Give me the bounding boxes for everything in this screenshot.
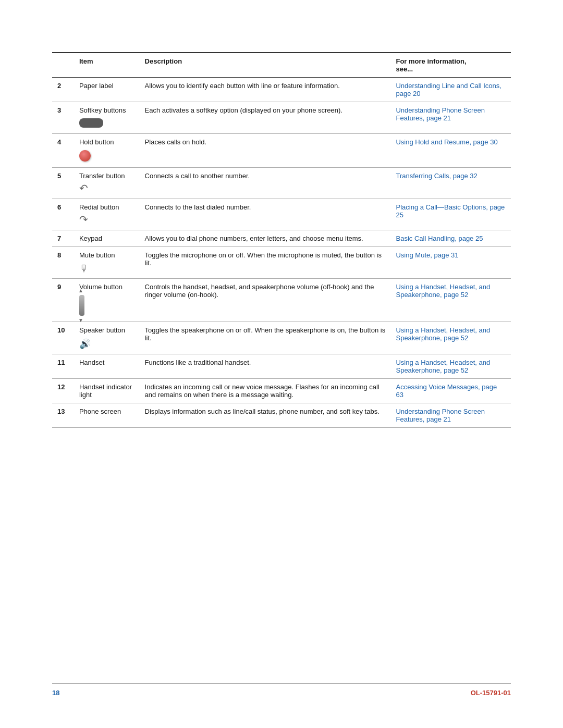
table-row: 11HandsetFunctions like a traditional ha… xyxy=(52,354,511,379)
table-row: 5Transfer button↶Connects a call to anot… xyxy=(52,168,511,199)
row-item: Keypad xyxy=(74,230,140,247)
volume-icon xyxy=(79,293,134,317)
info-link[interactable]: Basic Call Handling, page 25 xyxy=(396,235,483,242)
info-link[interactable]: Using a Handset, Headset, and Speakerpho… xyxy=(396,283,490,299)
table-row: 9Volume buttonControls the handset, head… xyxy=(52,279,511,322)
item-num-label: 8 xyxy=(57,251,61,259)
row-more-info[interactable]: Transferring Calls, page 32 xyxy=(390,168,511,199)
row-item: Handset indicator light xyxy=(74,379,140,403)
row-number: 13 xyxy=(52,403,74,428)
row-number: 5 xyxy=(52,168,74,199)
info-link[interactable]: Accessing Voice Messages, page 63 xyxy=(396,383,497,399)
row-number: 4 xyxy=(52,134,74,168)
item-label: Redial button xyxy=(79,203,134,211)
footer-page-number: 18 xyxy=(52,689,59,697)
th-item-label: Item xyxy=(79,57,93,65)
item-label: Handset indicator light xyxy=(79,383,134,399)
item-label: Volume button xyxy=(79,283,134,291)
row-more-info[interactable]: Understanding Phone Screen Features, pag… xyxy=(390,403,511,428)
table-row: 4Hold buttonPlaces calls on hold.Using H… xyxy=(52,134,511,168)
row-item: Redial button↷ xyxy=(74,199,140,230)
item-num-label: 13 xyxy=(57,408,65,415)
row-description: Allows you to dial phone numbers, enter … xyxy=(140,230,391,247)
item-num-label: 6 xyxy=(57,203,61,211)
item-num-label: 7 xyxy=(57,235,61,242)
info-link[interactable]: Using a Handset, Headset, and Speakerpho… xyxy=(396,326,490,342)
row-description: Functions like a traditional handset. xyxy=(140,354,391,379)
item-label: Handset xyxy=(79,359,134,366)
th-info-line2: see... xyxy=(396,65,413,73)
row-more-info[interactable]: Using a Handset, Headset, and Speakerpho… xyxy=(390,279,511,322)
row-number: 3 xyxy=(52,102,74,134)
row-description: Places calls on hold. xyxy=(140,134,391,168)
row-number: 11 xyxy=(52,354,74,379)
row-number: 6 xyxy=(52,199,74,230)
table-row: 13Phone screenDisplays information such … xyxy=(52,403,511,428)
row-more-info[interactable]: Using Hold and Resume, page 30 xyxy=(390,134,511,168)
row-number: 7 xyxy=(52,230,74,247)
info-link[interactable]: Using Hold and Resume, page 30 xyxy=(396,138,497,146)
row-item: Transfer button↶ xyxy=(74,168,140,199)
table-row: 2Paper labelAllows you to identify each … xyxy=(52,78,511,102)
row-more-info[interactable]: Placing a Call—Basic Options, page 25 xyxy=(390,199,511,230)
row-item: Phone screen xyxy=(74,403,140,428)
row-item: Softkey buttons xyxy=(74,102,140,134)
row-description: Toggles the speakerphone on or off. When… xyxy=(140,322,391,354)
table-row: 3Softkey buttonsEach activates a softkey… xyxy=(52,102,511,134)
speaker-icon: 🔊 xyxy=(79,336,134,350)
row-more-info[interactable]: Using a Handset, Headset, and Speakerpho… xyxy=(390,354,511,379)
row-description: Toggles the microphone on or off. When t… xyxy=(140,247,391,279)
item-label: Transfer button xyxy=(79,172,134,180)
row-number: 8 xyxy=(52,247,74,279)
item-label: Speaker button xyxy=(79,326,134,334)
row-item: Handset xyxy=(74,354,140,379)
hold-icon xyxy=(79,148,134,163)
th-info-line1: For more information, xyxy=(396,57,506,65)
mute-icon: 🎙 xyxy=(79,261,134,274)
row-more-info[interactable]: Using a Handset, Headset, and Speakerpho… xyxy=(390,322,511,354)
row-number: 12 xyxy=(52,379,74,403)
item-num-label: 5 xyxy=(57,172,61,180)
info-link[interactable]: Understanding Phone Screen Features, pag… xyxy=(396,106,485,122)
row-more-info[interactable]: Using Mute, page 31 xyxy=(390,247,511,279)
table-row: 6Redial button↷Connects to the last dial… xyxy=(52,199,511,230)
item-label: Softkey buttons xyxy=(79,106,134,114)
info-link[interactable]: Transferring Calls, page 32 xyxy=(396,172,477,180)
item-num-label: 4 xyxy=(57,138,61,146)
item-num-label: 11 xyxy=(57,359,65,366)
row-description: Indicates an incoming call or new voice … xyxy=(140,379,391,403)
item-label: Paper label xyxy=(79,82,134,90)
row-more-info[interactable]: Basic Call Handling, page 25 xyxy=(390,230,511,247)
info-link[interactable]: Understanding Line and Call Icons, page … xyxy=(396,82,501,97)
table-row: 12Handset indicator lightIndicates an in… xyxy=(52,379,511,403)
info-link[interactable]: Using Mute, page 31 xyxy=(396,251,458,259)
row-description: Each activates a softkey option (display… xyxy=(140,102,391,134)
table-row: 7KeypadAllows you to dial phone numbers,… xyxy=(52,230,511,247)
softkey-icon xyxy=(79,116,134,129)
row-number: 9 xyxy=(52,279,74,322)
table-row: 10Speaker button🔊Toggles the speakerphon… xyxy=(52,322,511,354)
row-description: Connects a call to another number. xyxy=(140,168,391,199)
item-num-label: 10 xyxy=(57,326,65,334)
row-description: Allows you to identify each button with … xyxy=(140,78,391,102)
row-more-info[interactable]: Accessing Voice Messages, page 63 xyxy=(390,379,511,403)
item-num-label: 12 xyxy=(57,383,65,391)
item-label: Phone screen xyxy=(79,408,134,415)
row-number: 2 xyxy=(52,78,74,102)
row-number: 10 xyxy=(52,322,74,354)
row-more-info[interactable]: Understanding Line and Call Icons, page … xyxy=(390,78,511,102)
info-link[interactable]: Understanding Phone Screen Features, pag… xyxy=(396,408,485,423)
row-description: Displays information such as line/call s… xyxy=(140,403,391,428)
info-link[interactable]: Placing a Call—Basic Options, page 25 xyxy=(396,203,505,219)
th-info: For more information, see... xyxy=(390,53,511,78)
row-more-info[interactable]: Understanding Phone Screen Features, pag… xyxy=(390,102,511,134)
item-num-label: 9 xyxy=(57,283,61,291)
item-label: Keypad xyxy=(79,235,134,242)
info-link[interactable]: Using a Handset, Headset, and Speakerpho… xyxy=(396,359,490,374)
table-row: 8Mute button🎙Toggles the microphone on o… xyxy=(52,247,511,279)
main-table: Item Description For more information, s… xyxy=(52,52,511,428)
row-item: Hold button xyxy=(74,134,140,168)
item-label: Mute button xyxy=(79,251,134,259)
row-description: Connects to the last dialed number. xyxy=(140,199,391,230)
row-description: Controls the handset, headset, and speak… xyxy=(140,279,391,322)
